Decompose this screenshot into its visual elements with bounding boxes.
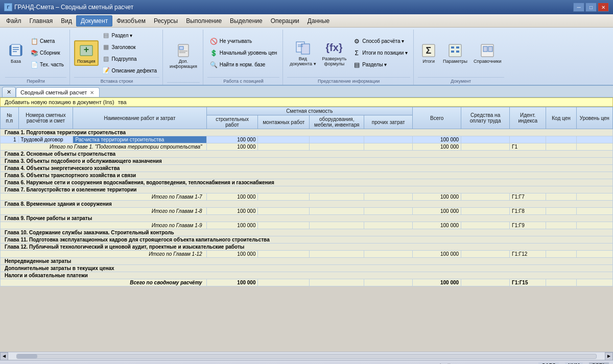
menu-resources[interactable]: Ресурсы [150, 16, 182, 26]
goto-smeta-button[interactable]: 📋 Смета [28, 36, 66, 47]
grand-total-label: Всего по сводному расчёту [1, 279, 207, 286]
params-icon [447, 42, 463, 59]
view-document-icon [295, 40, 311, 56]
grand-total-code [546, 279, 576, 286]
view-document-label: Виддокумента ▾ [290, 56, 316, 66]
scroll-left-button[interactable]: ◀ [0, 352, 8, 360]
tab-consolidated-close[interactable]: ✕ [89, 90, 95, 95]
subtotal112-id: Г1:Г12 [510, 251, 546, 258]
tooltip-suffix: тва [118, 99, 127, 105]
row-num: 1 [1, 136, 19, 143]
svg-rect-1 [11, 44, 20, 56]
chapter-extra: Дополнительные затраты в текущих ценах [1, 265, 613, 272]
params-button[interactable]: Параметры [440, 41, 470, 65]
insert-header-button[interactable]: ▦ Заголовок [100, 41, 160, 53]
insert-subgroup-button[interactable]: ▧ Подгруппа [100, 53, 160, 64]
header-construction: строительных работ [206, 115, 258, 129]
table-row: Глава 5. Объекты транспортного хозяйства… [1, 172, 613, 179]
svg-text:+: + [84, 44, 89, 55]
ribbon-group-workpos-items: 🚫 Не учитывать 💲 Начальный уровень цен 🔍… [207, 30, 279, 76]
subtotal18-total: 100 000 [413, 208, 461, 215]
menu-home[interactable]: Главная [26, 16, 57, 26]
maximize-button[interactable]: □ [585, 3, 597, 12]
expand-formula-label: Развернутьформулы [322, 56, 347, 66]
svg-rect-12 [301, 44, 310, 54]
subtotal1-labor [461, 143, 510, 151]
calc-method-button[interactable]: ⚙ Способ расчёта ▾ [350, 36, 410, 47]
menu-data[interactable]: Данные [303, 16, 334, 26]
tab-close-x[interactable]: ✕ [2, 87, 16, 97]
find-norm-button[interactable]: 🔍 Найти в норм. базе [207, 59, 279, 70]
table-row: Итого по Главе 1. "Подготовка территории… [1, 143, 613, 151]
table-row[interactable]: 1 Трудовой договор Расчистка территории … [1, 136, 613, 143]
position-icon: + [78, 42, 95, 59]
subtotal1-level [576, 143, 612, 151]
not-count-button[interactable]: 🚫 Не учитывать [207, 36, 279, 47]
tab-consolidated[interactable]: Сводный сметный расчет ✕ [16, 87, 100, 97]
references-button[interactable]: Справочники [471, 41, 504, 65]
table-row: Непредвиденные затраты [1, 258, 613, 265]
subtotal17-equipment [310, 193, 364, 201]
subtotal17-level [576, 193, 612, 201]
ribbon-group-view-label: Представление информации [287, 77, 410, 84]
window-controls[interactable]: ─ □ ✕ [573, 3, 609, 12]
goto-base-button[interactable]: База [5, 41, 27, 65]
menu-physvolume[interactable]: Физобъем [112, 16, 150, 26]
sections-label: Разделы ▾ [362, 62, 387, 67]
workpos-col: 🚫 Не учитывать 💲 Начальный уровень цен 🔍… [207, 36, 279, 70]
row-labor [461, 136, 510, 143]
menu-bar: Файл Главная Вид Документ Физобъем Ресур… [0, 14, 613, 28]
scroll-right-button[interactable]: ▶ [605, 352, 613, 360]
subtotal17-mounting [258, 193, 310, 201]
scroll-track[interactable] [16, 354, 597, 359]
insert-defect-button[interactable]: 📝 Описание дефекта [100, 65, 160, 76]
sections-button[interactable]: ▤ Разделы ▾ [350, 59, 410, 70]
start-price-button[interactable]: 💲 Начальный уровень цен [207, 47, 279, 59]
subtotal17-label: Итого по Главам 1-7 [1, 193, 207, 201]
ribbon: База 📋 Смета 📚 Сборник 📄 Тех. часть Пере… [0, 28, 613, 86]
totals-button[interactable]: Σ Итоги [418, 41, 439, 65]
goto-techpart-button[interactable]: 📄 Тех. часть [28, 59, 66, 70]
minimize-button[interactable]: ─ [573, 3, 584, 12]
goto-collection-label: Сборник [40, 50, 60, 56]
insert-section-button[interactable]: ▤ Раздел ▾ [100, 30, 160, 41]
svg-rect-19 [451, 46, 454, 48]
menu-file[interactable]: Файл [2, 16, 26, 26]
row-price-level [576, 136, 612, 143]
header-id-index: Идент. индекса [510, 107, 546, 129]
subtotal112-level [576, 251, 612, 258]
svg-text:Σ: Σ [426, 45, 432, 56]
insert-position-button[interactable]: + Позиция [74, 40, 99, 66]
chapter-taxes: Налоги и обязательные платежи [1, 272, 613, 279]
close-button[interactable]: ✕ [598, 3, 609, 12]
menu-operations[interactable]: Операции [267, 16, 303, 26]
menu-selection[interactable]: Выделение [226, 16, 267, 26]
position-totals-button[interactable]: Σ Итоги по позиции ▾ [350, 47, 410, 59]
insert-position-label: Позиция [77, 59, 96, 64]
subtotal19-label: Итого по Главам 1-9 [1, 222, 207, 229]
subtotal18-label: Итого по Главам 1-8 [1, 208, 207, 215]
header-equipment: оборудования, мебели, инвентаря [310, 115, 364, 129]
table-row: Всего по сводному расчёту 100 000 100 00… [1, 279, 613, 286]
menu-document[interactable]: Документ [76, 15, 112, 27]
not-count-label: Не учитывать [220, 38, 252, 44]
row-work-name[interactable]: Расчистка территории строительства [73, 136, 206, 143]
menu-view[interactable]: Вид [57, 16, 76, 26]
goto-techpart-label: Тех. часть [40, 62, 64, 67]
expand-formula-button[interactable]: {fx} Развернутьформулы [320, 38, 349, 68]
table-container[interactable]: №п.п Номера сметных расчётов и смет Наим… [0, 107, 613, 352]
scroll-thumb[interactable] [17, 354, 37, 358]
extra-info-button[interactable]: Доп.информация [167, 41, 200, 70]
goto-collection-button[interactable]: 📚 Сборник [28, 47, 66, 59]
horizontal-scrollbar[interactable]: ◀ ▶ [0, 352, 613, 360]
ribbon-group-goto-label: Перейти [5, 77, 66, 84]
subtotal19-level [576, 222, 612, 229]
app-icon: Г [4, 3, 12, 11]
view-document-button[interactable]: Виддокумента ▾ [287, 38, 318, 68]
find-norm-label: Найти в норм. базе [220, 62, 265, 67]
svg-rect-8 [179, 46, 183, 50]
menu-execution[interactable]: Выполнение [182, 16, 226, 26]
chapter9-header: Глава 9. Прочие работы и затраты [1, 215, 613, 222]
subtotal1-id: Г1 [510, 143, 546, 151]
svg-rect-18 [449, 44, 461, 57]
